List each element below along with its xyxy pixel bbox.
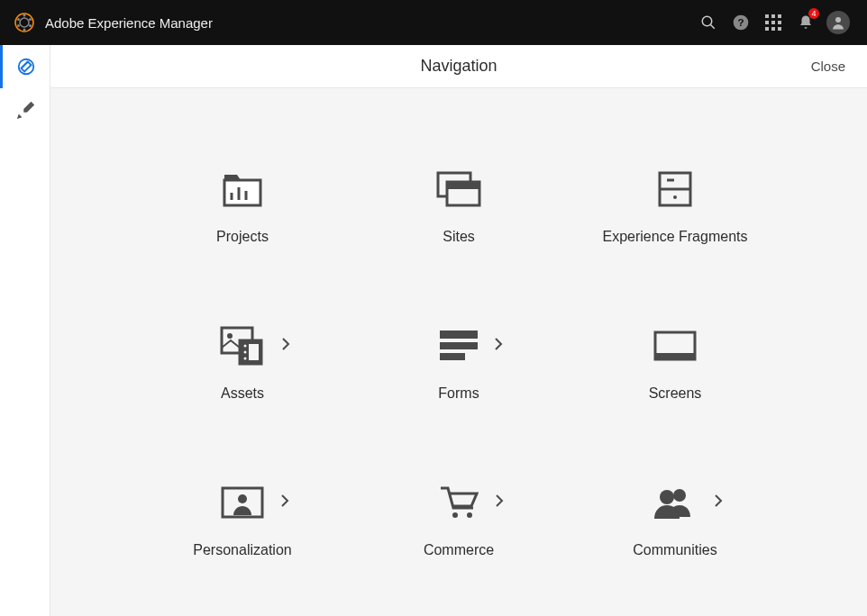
svg-point-2 bbox=[23, 14, 26, 17]
svg-rect-15 bbox=[765, 21, 769, 24]
communities-icon bbox=[653, 483, 698, 522]
notifications-button[interactable]: 4 bbox=[789, 6, 822, 39]
svg-point-53 bbox=[673, 489, 686, 502]
global-header: Adobe Experience Manager ? 4 bbox=[0, 0, 867, 45]
chevron-right-icon bbox=[494, 337, 503, 355]
svg-point-52 bbox=[467, 512, 472, 518]
svg-point-21 bbox=[835, 17, 841, 23]
adobe-logo-icon bbox=[13, 11, 36, 34]
svg-point-51 bbox=[452, 512, 458, 518]
notification-badge: 4 bbox=[808, 8, 819, 19]
svg-point-35 bbox=[673, 195, 677, 199]
chevron-right-icon bbox=[281, 337, 290, 355]
svg-rect-44 bbox=[440, 331, 478, 339]
tile-projects[interactable]: Projects bbox=[152, 169, 333, 245]
svg-rect-16 bbox=[771, 21, 775, 24]
svg-rect-20 bbox=[778, 27, 781, 31]
svg-point-1 bbox=[20, 18, 29, 27]
svg-point-6 bbox=[17, 24, 20, 27]
tile-communities[interactable]: Communities bbox=[585, 483, 765, 558]
chevron-right-icon bbox=[714, 494, 723, 512]
svg-rect-13 bbox=[771, 14, 775, 18]
rail-navigation[interactable] bbox=[0, 45, 50, 88]
svg-point-3 bbox=[29, 18, 32, 21]
user-avatar-button[interactable] bbox=[822, 6, 854, 39]
tile-forms[interactable]: Forms bbox=[369, 326, 549, 402]
tile-screens[interactable]: Screens bbox=[585, 326, 765, 402]
svg-point-54 bbox=[660, 490, 674, 504]
rail-tools[interactable] bbox=[0, 88, 50, 131]
apps-grid-button[interactable] bbox=[757, 6, 789, 39]
tile-label: Personalization bbox=[193, 542, 291, 558]
tile-label: Projects bbox=[216, 229, 269, 245]
sites-icon bbox=[436, 169, 481, 209]
projects-icon bbox=[223, 169, 262, 209]
left-rail bbox=[0, 45, 50, 616]
svg-rect-48 bbox=[655, 353, 695, 359]
svg-point-5 bbox=[23, 29, 26, 32]
chevron-right-icon bbox=[280, 494, 289, 512]
svg-rect-31 bbox=[447, 182, 479, 189]
navigation-content: Projects Sites bbox=[50, 88, 867, 616]
experience-fragments-icon bbox=[658, 169, 692, 209]
svg-rect-17 bbox=[778, 21, 781, 24]
svg-point-41 bbox=[244, 351, 247, 354]
page-subheader: Navigation Close bbox=[50, 45, 867, 88]
tile-label: Commerce bbox=[424, 542, 494, 558]
page-title: Navigation bbox=[50, 57, 867, 76]
tile-commerce[interactable]: Commerce bbox=[369, 483, 549, 558]
commerce-icon bbox=[439, 483, 479, 522]
app-title[interactable]: Adobe Experience Manager bbox=[45, 15, 213, 31]
svg-point-37 bbox=[227, 333, 233, 339]
tile-sites[interactable]: Sites bbox=[369, 169, 549, 245]
svg-rect-45 bbox=[440, 342, 478, 349]
svg-rect-14 bbox=[778, 14, 781, 18]
svg-text:?: ? bbox=[737, 16, 744, 28]
svg-rect-25 bbox=[224, 180, 260, 205]
tile-label: Assets bbox=[221, 385, 264, 402]
svg-point-8 bbox=[702, 16, 712, 26]
svg-rect-46 bbox=[440, 353, 465, 360]
svg-point-22 bbox=[19, 59, 34, 75]
tile-label: Screens bbox=[649, 385, 702, 402]
tile-personalization[interactable]: Personalization bbox=[152, 483, 333, 558]
chevron-right-icon bbox=[495, 494, 504, 512]
svg-line-9 bbox=[710, 24, 715, 29]
svg-point-42 bbox=[244, 358, 247, 360]
svg-rect-19 bbox=[771, 27, 775, 31]
personalization-icon bbox=[221, 483, 264, 522]
svg-point-4 bbox=[29, 24, 32, 27]
search-button[interactable] bbox=[692, 6, 725, 39]
svg-line-24 bbox=[22, 62, 28, 68]
screens-icon bbox=[653, 326, 697, 366]
tile-label: Forms bbox=[438, 385, 479, 402]
tile-label: Sites bbox=[443, 229, 475, 245]
svg-point-7 bbox=[17, 18, 20, 21]
svg-rect-18 bbox=[765, 27, 769, 31]
tile-label: Communities bbox=[633, 542, 716, 558]
tile-assets[interactable]: Assets bbox=[152, 326, 333, 402]
svg-rect-43 bbox=[249, 344, 259, 360]
assets-icon bbox=[220, 326, 265, 366]
tile-label: Experience Fragments bbox=[603, 229, 748, 245]
close-button[interactable]: Close bbox=[811, 59, 845, 74]
svg-rect-12 bbox=[765, 14, 769, 18]
help-button[interactable]: ? bbox=[725, 6, 757, 39]
svg-point-50 bbox=[238, 494, 247, 503]
tile-experience-fragments[interactable]: Experience Fragments bbox=[585, 169, 765, 245]
avatar-icon bbox=[826, 11, 850, 34]
forms-icon bbox=[440, 326, 478, 366]
svg-point-40 bbox=[244, 345, 247, 348]
